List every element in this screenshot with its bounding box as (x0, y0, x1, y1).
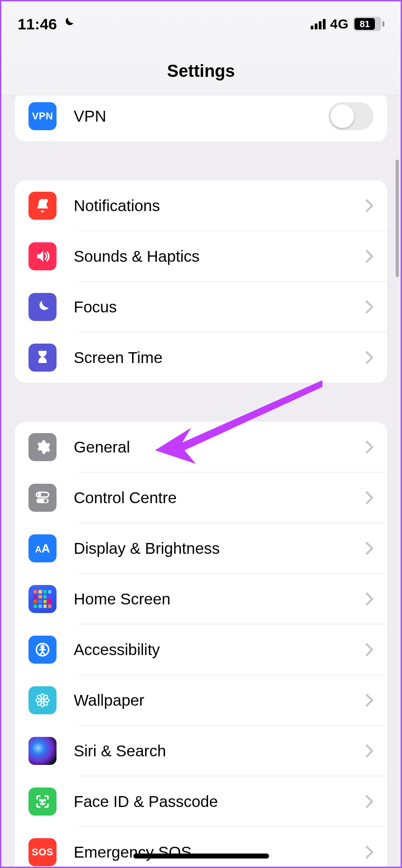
settings-row-homescreen[interactable]: Home Screen (15, 574, 387, 624)
svg-point-16 (40, 800, 41, 801)
dnd-moon-icon (61, 15, 75, 33)
settings-row-general[interactable]: General (15, 422, 387, 472)
vpn-icon: VPN (28, 102, 57, 130)
svg-point-12 (37, 694, 43, 700)
nav-bar: Settings (1, 47, 401, 95)
settings-row-wallpaper[interactable]: Wallpaper (15, 675, 387, 726)
settings-row-label: General (74, 438, 365, 456)
chevron-right-icon (365, 795, 374, 808)
settings-group: GeneralControl CentreAADisplay & Brightn… (15, 422, 387, 868)
bell-icon (28, 192, 57, 220)
switches-icon (28, 484, 57, 512)
chevron-right-icon (365, 300, 374, 314)
settings-row-display[interactable]: AADisplay & Brightness (15, 523, 387, 574)
chevron-right-icon (365, 845, 374, 859)
svg-point-0 (44, 199, 48, 203)
settings-row-label: Control Centre (74, 489, 365, 507)
status-bar: 11:46 4G 81 (1, 1, 401, 47)
face-icon (28, 788, 57, 816)
vpn-toggle[interactable] (328, 102, 374, 130)
settings-row-controlcentre[interactable]: Control Centre (15, 472, 387, 523)
settings-group: NotificationsSounds & HapticsFocusScreen… (15, 180, 387, 383)
sos-icon: SOS (28, 838, 57, 866)
chevron-right-icon (365, 744, 374, 758)
status-time: 11:46 (18, 15, 57, 33)
svg-point-2 (38, 493, 42, 497)
settings-row-siri[interactable]: Siri & Search (15, 726, 387, 776)
settings-row-focus[interactable]: Focus (15, 282, 387, 332)
hourglass-icon (28, 344, 57, 372)
svg-point-15 (43, 694, 48, 700)
settings-row-sounds[interactable]: Sounds & Haptics (15, 231, 387, 282)
settings-row-faceid[interactable]: Face ID & Passcode (15, 776, 387, 827)
person-icon (28, 636, 57, 664)
settings-row-notifications[interactable]: Notifications (15, 180, 387, 231)
siri-icon (28, 737, 57, 765)
settings-row-label: Home Screen (74, 590, 365, 608)
settings-row-sos[interactable]: SOSEmergency SOS (15, 827, 387, 868)
header: 11:46 4G 81 Settings (1, 1, 401, 95)
page-title: Settings (167, 61, 235, 81)
chevron-right-icon (365, 491, 374, 505)
chevron-right-icon (365, 693, 374, 707)
homegrid-icon (28, 585, 57, 613)
chevron-right-icon (365, 250, 374, 263)
home-indicator[interactable] (133, 854, 269, 859)
chevron-right-icon (365, 542, 374, 555)
moon-icon (28, 293, 57, 321)
chevron-right-icon (365, 440, 374, 454)
settings-row-label: Face ID & Passcode (74, 793, 365, 811)
settings-row-label: Display & Brightness (74, 539, 365, 557)
network-type: 4G (330, 16, 349, 32)
gear-icon (28, 433, 57, 461)
flower-icon (28, 686, 57, 714)
settings-row-screentime[interactable]: Screen Time (15, 332, 387, 383)
settings-row-vpn[interactable]: VPNVPN (15, 91, 387, 142)
settings-row-label: Sounds & Haptics (74, 247, 365, 265)
chevron-right-icon (365, 592, 374, 606)
aa-icon: AA (28, 534, 57, 562)
device-frame: 11:46 4G 81 Settings VPNVPNNotifications… (0, 0, 402, 868)
chevron-right-icon (365, 643, 374, 656)
svg-point-13 (43, 700, 48, 706)
settings-row-label: Screen Time (74, 349, 365, 367)
settings-row-label: Emergency SOS (74, 843, 365, 861)
settings-list: VPNVPNNotificationsSounds & HapticsFocus… (1, 95, 401, 867)
svg-point-17 (44, 800, 45, 801)
settings-row-accessibility[interactable]: Accessibility (15, 624, 387, 675)
chevron-right-icon (365, 199, 374, 212)
scrollbar-thumb[interactable] (396, 160, 399, 277)
svg-point-14 (37, 700, 43, 706)
settings-row-label: Focus (74, 298, 365, 316)
settings-row-label: Accessibility (74, 641, 365, 659)
battery-percent: 81 (355, 18, 375, 30)
settings-row-label: Siri & Search (74, 742, 365, 760)
settings-row-label: VPN (74, 107, 328, 125)
svg-point-4 (44, 499, 47, 503)
speaker-icon (28, 242, 57, 270)
settings-row-label: Wallpaper (74, 691, 365, 709)
signal-icon (311, 19, 326, 29)
settings-group: VPNVPN (15, 91, 387, 142)
settings-row-label: Notifications (74, 197, 365, 215)
chevron-right-icon (365, 351, 374, 364)
battery-icon: 81 (353, 17, 384, 31)
